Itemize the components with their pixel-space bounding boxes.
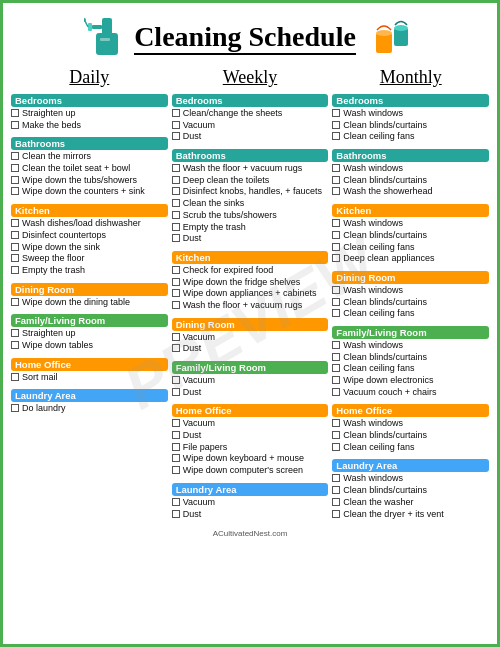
task-checkbox[interactable]	[332, 341, 340, 349]
task-checkbox[interactable]	[172, 266, 180, 274]
task-item: Straighten up	[11, 328, 168, 340]
task-checkbox[interactable]	[172, 466, 180, 474]
task-checkbox[interactable]	[11, 243, 19, 251]
task-checkbox[interactable]	[172, 443, 180, 451]
task-item: Check for expired food	[172, 265, 329, 277]
task-checkbox[interactable]	[332, 187, 340, 195]
task-checkbox[interactable]	[172, 498, 180, 506]
task-checkbox[interactable]	[172, 278, 180, 286]
task-checkbox[interactable]	[332, 388, 340, 396]
task-checkbox[interactable]	[332, 298, 340, 306]
task-checkbox[interactable]	[332, 109, 340, 117]
task-item: Dust	[172, 509, 329, 521]
task-label: Clean blinds/curtains	[343, 297, 427, 309]
task-label: Clean the washer	[343, 497, 413, 509]
task-checkbox[interactable]	[332, 254, 340, 262]
task-checkbox[interactable]	[11, 298, 19, 306]
task-checkbox[interactable]	[332, 486, 340, 494]
task-checkbox[interactable]	[332, 364, 340, 372]
column-1: WeeklyBedroomsClean/change the sheetsVac…	[172, 67, 329, 523]
task-item: Wipe down keyboard + mouse	[172, 453, 329, 465]
task-checkbox[interactable]	[332, 286, 340, 294]
task-checkbox[interactable]	[11, 109, 19, 117]
task-checkbox[interactable]	[172, 109, 180, 117]
task-checkbox[interactable]	[332, 474, 340, 482]
section-header: Home Office	[332, 404, 489, 417]
task-checkbox[interactable]	[332, 498, 340, 506]
task-label: Wash windows	[343, 418, 403, 430]
task-checkbox[interactable]	[332, 443, 340, 451]
task-checkbox[interactable]	[332, 431, 340, 439]
task-checkbox[interactable]	[172, 431, 180, 439]
task-checkbox[interactable]	[172, 344, 180, 352]
task-checkbox[interactable]	[172, 289, 180, 297]
task-checkbox[interactable]	[172, 388, 180, 396]
task-checkbox[interactable]	[172, 176, 180, 184]
task-checkbox[interactable]	[11, 231, 19, 239]
task-checkbox[interactable]	[332, 376, 340, 384]
task-checkbox[interactable]	[172, 419, 180, 427]
task-label: Clean the dryer + its vent	[343, 509, 443, 521]
task-label: Wash windows	[343, 340, 403, 352]
task-checkbox[interactable]	[11, 176, 19, 184]
task-checkbox[interactable]	[172, 301, 180, 309]
task-checkbox[interactable]	[172, 132, 180, 140]
task-checkbox[interactable]	[172, 333, 180, 341]
task-checkbox[interactable]	[11, 266, 19, 274]
task-checkbox[interactable]	[172, 211, 180, 219]
task-checkbox[interactable]	[11, 121, 19, 129]
task-checkbox[interactable]	[332, 243, 340, 251]
task-checkbox[interactable]	[332, 176, 340, 184]
task-label: Empty the trash	[183, 222, 246, 234]
task-checkbox[interactable]	[332, 219, 340, 227]
svg-rect-6	[100, 38, 110, 41]
section-2-6: Laundry AreaWash windowsClean blinds/cur…	[332, 459, 489, 520]
task-checkbox[interactable]	[172, 199, 180, 207]
task-checkbox[interactable]	[11, 404, 19, 412]
svg-rect-2	[92, 25, 102, 29]
task-item: Clean ceiling fans	[332, 308, 489, 320]
task-item: Wash windows	[332, 163, 489, 175]
task-checkbox[interactable]	[11, 329, 19, 337]
task-checkbox[interactable]	[11, 164, 19, 172]
task-checkbox[interactable]	[172, 454, 180, 462]
task-item: Clean the toilet seat + bowl	[11, 163, 168, 175]
task-checkbox[interactable]	[172, 376, 180, 384]
task-label: Disinfect countertops	[22, 230, 106, 242]
task-checkbox[interactable]	[11, 152, 19, 160]
task-label: Clean blinds/curtains	[343, 430, 427, 442]
task-item: Clean the sinks	[172, 198, 329, 210]
title-wrap: Cleaning Schedule	[134, 21, 356, 55]
task-checkbox[interactable]	[11, 341, 19, 349]
task-item: Disinfect countertops	[11, 230, 168, 242]
task-label: Vacuum	[183, 332, 215, 344]
task-checkbox[interactable]	[11, 187, 19, 195]
task-item: Wipe down the dining table	[11, 297, 168, 309]
section-header: Bedrooms	[332, 94, 489, 107]
task-checkbox[interactable]	[172, 223, 180, 231]
task-checkbox[interactable]	[332, 231, 340, 239]
section-header: Dining Room	[11, 283, 168, 296]
task-checkbox[interactable]	[172, 187, 180, 195]
task-item: Vacuum	[172, 418, 329, 430]
task-checkbox[interactable]	[332, 510, 340, 518]
task-item: Wipe down tables	[11, 340, 168, 352]
task-checkbox[interactable]	[172, 164, 180, 172]
task-checkbox[interactable]	[11, 219, 19, 227]
task-checkbox[interactable]	[332, 419, 340, 427]
task-item: Wash the showerhead	[332, 186, 489, 198]
task-item: Clean/change the sheets	[172, 108, 329, 120]
task-checkbox[interactable]	[172, 234, 180, 242]
task-checkbox[interactable]	[172, 510, 180, 518]
task-checkbox[interactable]	[11, 254, 19, 262]
task-checkbox[interactable]	[332, 164, 340, 172]
task-checkbox[interactable]	[11, 373, 19, 381]
task-label: Wipe down the counters + sink	[22, 186, 145, 198]
task-checkbox[interactable]	[172, 121, 180, 129]
section-2-2: KitchenWash windowsClean blinds/curtains…	[332, 204, 489, 265]
task-checkbox[interactable]	[332, 132, 340, 140]
task-checkbox[interactable]	[332, 121, 340, 129]
task-checkbox[interactable]	[332, 309, 340, 317]
task-checkbox[interactable]	[332, 353, 340, 361]
page-header: Cleaning Schedule	[3, 3, 497, 67]
